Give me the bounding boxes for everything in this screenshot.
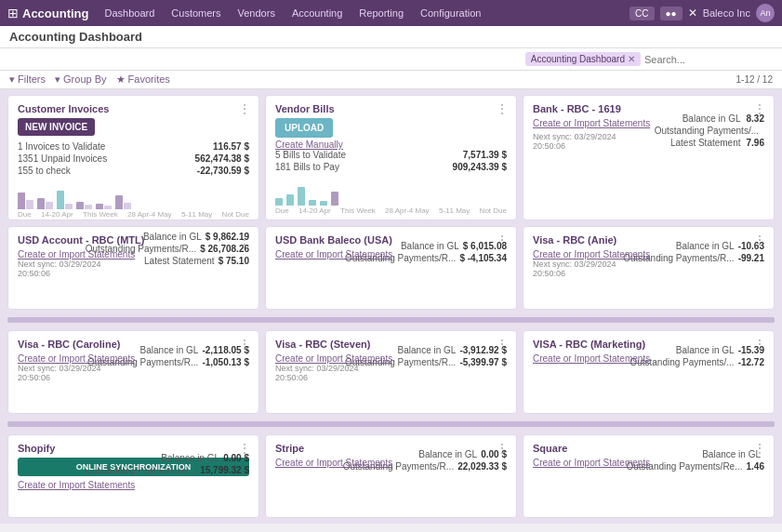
vendor-label-0: 5 Bills to Validate [275,150,346,160]
upload-button[interactable]: UPLOAD [275,118,333,138]
card-visa-steven: Visa - RBC (Steven) ⋮ Create or Import S… [265,330,517,414]
bank-rbc-label-1: Outstanding Payments/... [655,126,759,136]
invoice-label-2: 155 to check [18,166,71,176]
nav-btn-dots[interactable]: ●● [660,7,683,20]
bank-rbc-val-2: 7.96 [747,138,764,148]
visa-anie-val-1: -99.21 [738,253,764,263]
nav-accounting[interactable]: Accounting [285,5,349,21]
bank-rbc-label-2: Latest Statement [670,138,741,148]
card-menu-square[interactable]: ⋮ [753,441,766,456]
invoice-row-1: 1351 Unpaid Invoices 562,474.38 $ [18,153,249,164]
chart-label-may4: 28 Apr-4 May [127,210,172,219]
avatar[interactable]: An [756,4,775,22]
close-icon[interactable]: ✕ [688,7,697,20]
divider-2 [7,421,775,427]
search-tag: Accounting Dashboard ✕ [525,52,641,66]
visa-steven-val-1: -5,399.97 $ [459,357,507,367]
card-visa-rbc-anie: Visa - RBC (Anie) ⋮ Create or Import Sta… [523,226,775,310]
divider-1 [7,317,775,323]
card-bank-rbc-1619: Bank - RBC - 1619 ⋮ Create or Import Sta… [523,95,775,220]
nav-configuration[interactable]: Configuration [414,5,487,21]
visa-caroline-label-0: Balance in GL [140,345,199,355]
visa-marketing-label-0: Balance in GL [676,345,735,355]
invoice-val-1: 562,474.38 $ [195,153,249,164]
create-manually-link[interactable]: Create Manually [275,140,507,150]
card-shopify: Shopify ⋮ ONLINE SYNCHRONIZATION Create … [7,434,259,518]
card-menu-visa-caroline[interactable]: ⋮ [238,337,251,352]
search-input[interactable] [644,54,773,65]
favorites-button[interactable]: ★ Favorites [116,73,170,86]
visa-steven-label-0: Balance in GL [398,345,457,355]
invoice-val-2: -22,730.59 $ [197,166,249,176]
vendor-val-1: 909,243.39 $ [453,162,507,172]
square-val-1: 1.46 [747,461,764,472]
chart-label-due: Due [18,210,32,219]
search-tag-close[interactable]: ✕ [628,54,635,64]
vendor-chart-labels: Due 14-20 Apr This Week 28 Apr-4 May 5-1… [275,206,507,215]
chart-label-notdue: Not Due [222,210,249,219]
new-invoice-button[interactable]: NEW INVOICE [18,118,95,136]
square-label-0: Balance in GL [702,449,761,459]
nav-dashboard[interactable]: Dashboard [99,5,162,21]
card-menu-usd-rbc[interactable]: ⋮ [238,233,251,247]
v-label-4: 5-11 May [439,206,470,215]
nav-reporting[interactable]: Reporting [352,5,410,21]
vendor-row-1: 181 Bills to Pay 909,243.39 $ [275,162,507,172]
vendor-row-0: 5 Bills to Validate 7,571.39 $ [275,150,507,160]
groupby-button[interactable]: ▾ Group By [55,73,107,86]
bank-rbc-label-0: Balance in GL [683,113,741,124]
card-menu-visa-anie[interactable]: ⋮ [753,233,766,247]
create-import-shopify[interactable]: Create or Import Statements [18,480,249,490]
card-customer-invoices: Customer Invoices ⋮ NEW INVOICE 1 Invoic… [7,95,259,220]
card-menu-shopify[interactable]: ⋮ [238,441,251,456]
card-square: Square ⋮ Create or Import Statements Bal… [523,434,775,518]
nav-btn-cc[interactable]: CC [630,7,654,20]
usd-baleco-val-1: $ -4,105.34 [459,253,507,263]
card-visa-marketing: VISA - RBC (Marketing) ⋮ Create or Impor… [523,330,775,414]
search-bar: Accounting Dashboard ✕ [0,48,782,71]
v-label-1: 14-20 Apr [298,206,331,215]
visa-anie-label-0: Balance in GL [676,241,735,251]
vendor-label-1: 181 Bills to Pay [275,162,339,172]
usd-rbc-val-2: $ 75.10 [219,256,249,266]
main-grid: Customer Invoices ⋮ NEW INVOICE 1 Invoic… [0,89,782,524]
v-label-2: This Week [340,206,376,215]
card-menu-usd-baleco[interactable]: ⋮ [496,233,509,247]
app-logo[interactable]: ⊞ Accounting [7,6,89,20]
bank-rbc-row-2: Latest Statement 7.96 [655,138,764,148]
card-menu-stripe[interactable]: ⋮ [496,441,509,456]
vendor-chart [275,178,507,206]
card-usd-rbc-mtl: USD Account - RBC (MTL) ⋮ Create or Impo… [7,226,259,310]
usd-rbc-label-0: Balance in GL [143,232,202,242]
nav-customers[interactable]: Customers [165,5,227,21]
bank-rbc-row-0: Balance in GL 8.32 [655,113,764,124]
pagination-info: 1-12 / 12 [736,74,773,85]
page-title: Accounting Dashboard [9,30,142,44]
card-menu-visa-steven[interactable]: ⋮ [496,337,509,352]
app-name: Accounting [22,7,89,20]
card-usd-bank-baleco: USD Bank Baleco (USA) ⋮ Create or Import… [265,226,517,310]
card-menu-customer-invoices[interactable]: ⋮ [238,101,251,116]
v-label-0: Due [275,206,289,215]
filter-button[interactable]: ▾ Filters [9,73,46,86]
chart-label-week: This Week [83,210,118,219]
invoice-row-2: 155 to check -22,730.59 $ [18,166,249,176]
invoice-val-0: 116.57 $ [213,141,249,152]
bank-rbc-row-1: Outstanding Payments/... [655,126,764,136]
invoice-chart [18,181,249,209]
chart-label-may11: 5-11 May [181,210,212,219]
card-menu-vendor-bills[interactable]: ⋮ [496,101,509,116]
stripe-label-0: Balance in GL [418,449,477,459]
card-menu-bank-rbc[interactable]: ⋮ [753,101,766,116]
card-menu-visa-marketing[interactable]: ⋮ [753,337,766,352]
v-label-3: 28 Apr-4 May [385,206,430,215]
invoice-row-0: 1 Invoices to Validate 116.57 $ [18,141,249,152]
card-stripe: Stripe ⋮ Create or Import Statements Bal… [265,434,517,518]
chart-label-apr: 14-20 Apr [41,210,73,219]
nav-vendors[interactable]: Vendors [232,5,282,21]
usd-rbc-label-2: Latest Statement [144,256,215,266]
filter-bar: ▾ Filters ▾ Group By ★ Favorites 1-12 / … [0,71,782,89]
invoice-chart-labels: Due 14-20 Apr This Week 28 Apr-4 May 5-1… [18,210,249,219]
grid-icon: ⊞ [7,6,19,20]
vendor-val-0: 7,571.39 $ [463,150,507,160]
